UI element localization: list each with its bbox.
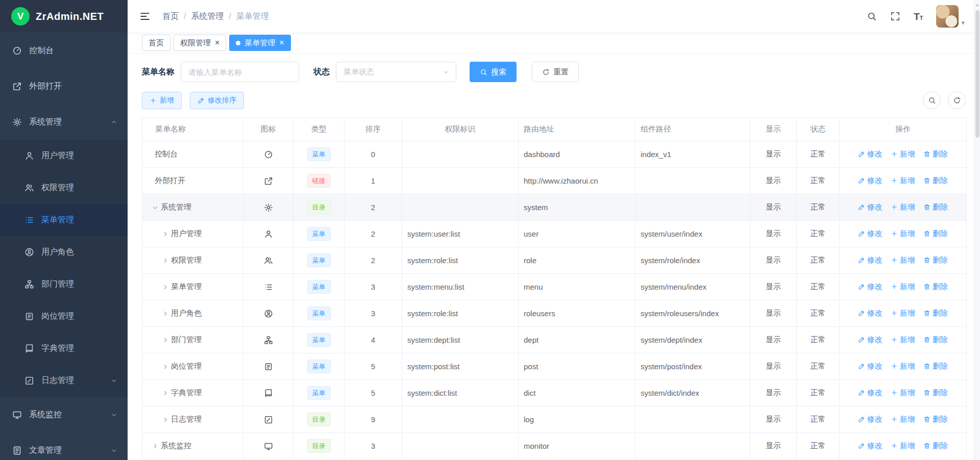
delete-action[interactable]: 删除 xyxy=(923,282,948,292)
sidebar-item-user[interactable]: 用户管理 xyxy=(0,140,128,172)
add-action[interactable]: 新增 xyxy=(891,255,915,265)
add-action[interactable]: 新增 xyxy=(891,202,915,212)
add-action[interactable]: 新增 xyxy=(891,441,915,451)
edit-action[interactable]: 修改 xyxy=(858,335,883,345)
status-value: 正常 xyxy=(797,406,840,433)
delete-action[interactable]: 删除 xyxy=(923,362,948,371)
edit-action[interactable]: 修改 xyxy=(858,176,883,186)
edit-action[interactable]: 修改 xyxy=(858,309,883,318)
edit-action[interactable]: 修改 xyxy=(858,441,883,451)
chevron-right-icon[interactable] xyxy=(162,416,169,423)
log-edit-icon xyxy=(24,376,34,386)
delete-action[interactable]: 删除 xyxy=(923,229,948,239)
chevron-right-icon[interactable] xyxy=(162,257,169,264)
delete-action[interactable]: 删除 xyxy=(923,176,948,186)
sidebar-item-menu[interactable]: 菜单管理 xyxy=(0,204,128,236)
add-action[interactable]: 新增 xyxy=(891,282,915,292)
breadcrumb-item[interactable]: 系统管理 xyxy=(191,11,224,22)
delete-action[interactable]: 删除 xyxy=(923,415,948,424)
scrollbar[interactable]: ▴ xyxy=(974,0,980,460)
sidebar-item-log[interactable]: 日志管理 xyxy=(0,365,128,397)
chevron-right-icon[interactable] xyxy=(162,390,169,397)
gear-icon xyxy=(264,203,273,212)
sidebar-item-label: 外部打开 xyxy=(29,81,62,92)
tab-close-icon[interactable]: × xyxy=(215,39,219,47)
sidebar-toggle-button[interactable] xyxy=(135,6,155,27)
delete-action[interactable]: 删除 xyxy=(923,335,948,345)
scroll-up-arrow[interactable]: ▴ xyxy=(974,0,980,7)
reset-button[interactable]: 重置 xyxy=(532,62,579,82)
tab-首页[interactable]: 首页 xyxy=(142,35,170,51)
sidebar-item-dashboard[interactable]: 控制台 xyxy=(0,33,128,68)
chevron-right-icon[interactable] xyxy=(162,310,169,317)
scrollbar-thumb[interactable] xyxy=(975,10,979,138)
refresh-table-button[interactable] xyxy=(948,91,966,109)
add-action[interactable]: 新增 xyxy=(891,176,915,186)
fullscreen-button[interactable] xyxy=(890,11,900,21)
delete-action[interactable]: 删除 xyxy=(923,149,948,159)
add-action-label: 新增 xyxy=(900,415,915,424)
tab-权限管理[interactable]: 权限管理× xyxy=(174,35,226,51)
font-size-button[interactable]: TT xyxy=(914,12,923,21)
delete-action[interactable]: 删除 xyxy=(923,255,948,265)
chevron-right-icon[interactable] xyxy=(162,284,169,291)
add-button[interactable]: 新增 xyxy=(142,92,182,109)
sidebar-item-dept[interactable]: 部门管理 xyxy=(0,268,128,300)
add-action[interactable]: 新增 xyxy=(891,362,915,371)
sidebar-item-article[interactable]: 文章管理 xyxy=(0,432,128,460)
type-tag: 链接 xyxy=(307,174,331,188)
user-avatar[interactable] xyxy=(936,5,959,28)
toggle-search-button[interactable] xyxy=(923,91,941,109)
chevron-down-icon[interactable] xyxy=(152,204,159,211)
add-action[interactable]: 新增 xyxy=(891,388,915,398)
chevron-right-icon[interactable] xyxy=(152,443,159,450)
delete-action[interactable]: 删除 xyxy=(923,202,948,212)
edit-action[interactable]: 修改 xyxy=(858,388,883,398)
plus-icon xyxy=(150,97,157,104)
trash-icon xyxy=(923,203,930,211)
chevron-right-icon[interactable] xyxy=(162,363,169,370)
chevron-right-icon[interactable] xyxy=(162,231,169,238)
edit-action-label: 修改 xyxy=(867,282,883,292)
sidebar-item-monitor[interactable]: 系统监控 xyxy=(0,397,128,432)
edit-action[interactable]: 修改 xyxy=(858,362,883,371)
status-select[interactable]: 菜单状态 xyxy=(336,62,456,82)
sidebar-item-role[interactable]: 权限管理 xyxy=(0,172,128,204)
monitor-icon xyxy=(12,410,22,420)
add-action[interactable]: 新增 xyxy=(891,309,915,318)
sidebar-item-dict[interactable]: 字典管理 xyxy=(0,333,128,365)
add-action[interactable]: 新增 xyxy=(891,149,915,159)
edit-action[interactable]: 修改 xyxy=(858,202,883,212)
edit-action[interactable]: 修改 xyxy=(858,415,883,424)
add-action-label: 新增 xyxy=(900,388,915,398)
user-menu[interactable]: ▾ xyxy=(936,5,965,28)
chevron-down-icon xyxy=(443,68,450,75)
tab-close-icon[interactable]: × xyxy=(279,39,284,47)
tab-菜单管理[interactable]: 菜单管理× xyxy=(229,35,290,51)
add-action[interactable]: 新增 xyxy=(891,229,915,239)
header-search-button[interactable] xyxy=(867,11,877,21)
add-action[interactable]: 新增 xyxy=(891,415,915,424)
menu-name: 外部打开 xyxy=(155,176,185,186)
search-button[interactable]: 搜索 xyxy=(470,62,517,82)
table-header-row: 菜单名称图标类型排序权限标识路由地址组件路径显示状态操作 xyxy=(142,118,967,141)
edit-action[interactable]: 修改 xyxy=(858,149,883,159)
edit-action[interactable]: 修改 xyxy=(858,229,883,239)
add-action[interactable]: 新增 xyxy=(891,335,915,345)
edit-action-label: 修改 xyxy=(867,362,883,371)
breadcrumb-item[interactable]: 首页 xyxy=(162,11,179,22)
edit-sort-button[interactable]: 修改排序 xyxy=(190,92,244,109)
edit-action[interactable]: 修改 xyxy=(858,255,883,265)
edit-action[interactable]: 修改 xyxy=(858,282,883,292)
chevron-right-icon[interactable] xyxy=(162,337,169,344)
delete-action[interactable]: 删除 xyxy=(923,309,948,318)
delete-action[interactable]: 删除 xyxy=(923,388,948,398)
delete-action[interactable]: 删除 xyxy=(923,441,948,451)
sidebar-item-post[interactable]: 岗位管理 xyxy=(0,300,128,333)
sidebar-item-roleusers[interactable]: 用户角色 xyxy=(0,236,128,268)
sidebar-item-system[interactable]: 系统管理 xyxy=(0,104,128,140)
menu-name-input[interactable] xyxy=(181,62,299,82)
user-icon xyxy=(264,229,273,239)
sidebar-item-label: 文章管理 xyxy=(29,445,62,456)
sidebar-item-external[interactable]: 外部打开 xyxy=(0,68,128,104)
